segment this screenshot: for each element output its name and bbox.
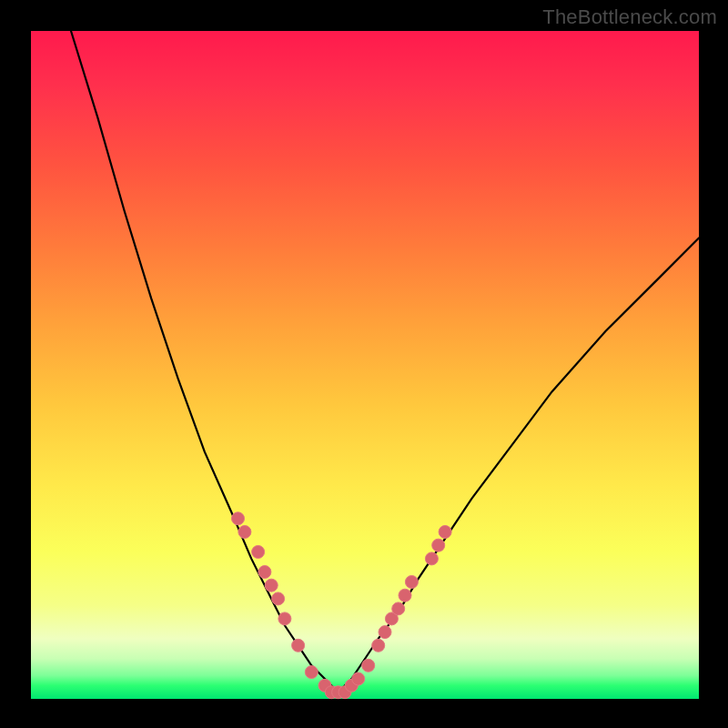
data-marker	[425, 552, 438, 565]
data-marker	[405, 576, 418, 589]
data-marker	[278, 612, 291, 625]
data-marker	[238, 526, 251, 539]
data-marker	[292, 639, 305, 652]
data-marker	[372, 639, 385, 652]
data-marker	[432, 539, 445, 551]
data-marker	[272, 592, 285, 605]
data-marker	[258, 566, 271, 579]
chart-svg	[31, 31, 699, 699]
data-marker	[352, 672, 365, 685]
plot-area	[31, 31, 699, 699]
data-marker	[265, 579, 278, 592]
data-marker	[362, 659, 375, 672]
left-curve	[71, 31, 339, 693]
data-marker	[399, 589, 411, 602]
chart-stage: TheBottleneck.com	[0, 0, 728, 728]
watermark-text: TheBottleneck.com	[542, 5, 717, 29]
data-marker	[305, 666, 318, 679]
marker-group	[232, 512, 452, 699]
data-marker	[392, 602, 405, 615]
data-marker	[232, 512, 245, 525]
data-marker	[252, 546, 265, 559]
data-marker	[439, 526, 451, 539]
data-marker	[379, 626, 391, 639]
